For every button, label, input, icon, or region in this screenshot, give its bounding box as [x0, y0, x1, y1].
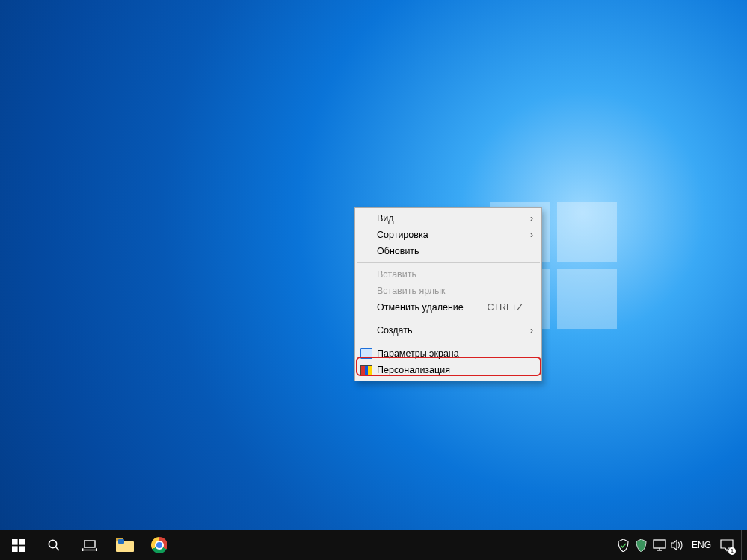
svg-rect-10: [654, 540, 665, 548]
taskbar-app-file-explorer[interactable]: [108, 530, 142, 560]
tray-action-center[interactable]: 1: [717, 530, 737, 560]
menu-separator: [357, 342, 540, 342]
svg-rect-1: [19, 539, 25, 545]
chevron-right-icon: ›: [530, 325, 533, 336]
menu-item-paste: Вставить: [356, 266, 541, 283]
menu-item-refresh[interactable]: Обновить: [356, 243, 541, 259]
display-icon: [360, 348, 372, 359]
task-view-button[interactable]: [72, 530, 108, 560]
chevron-right-icon: ›: [530, 213, 533, 224]
tray-volume-icon[interactable]: [669, 530, 686, 560]
tray-shield-icon[interactable]: [633, 530, 650, 560]
chevron-right-icon: ›: [530, 230, 533, 240]
menu-item-personalize[interactable]: Персонализация: [356, 362, 541, 378]
menu-item-label: Сортировка: [377, 230, 428, 240]
svg-rect-0: [12, 539, 18, 545]
search-icon: [47, 538, 61, 552]
language-label: ENG: [692, 540, 711, 550]
menu-item-sort[interactable]: Сортировка ›: [356, 227, 541, 243]
desktop[interactable]: Вид › Сортировка › Обновить Вставить Вст…: [0, 0, 747, 560]
desktop-context-menu: Вид › Сортировка › Обновить Вставить Вст…: [354, 207, 542, 381]
menu-item-display-settings[interactable]: Параметры экрана: [356, 345, 541, 362]
menu-separator: [357, 262, 540, 263]
search-button[interactable]: [36, 530, 72, 560]
windows-start-icon: [12, 539, 25, 552]
personalize-icon: [360, 365, 372, 375]
taskbar-right: ENG 1: [615, 530, 747, 560]
task-view-icon: [82, 539, 97, 551]
taskbar-app-chrome[interactable]: [142, 530, 176, 560]
menu-item-label: Создать: [377, 325, 413, 336]
tray-display-icon[interactable]: [651, 530, 668, 560]
menu-separator: [357, 319, 540, 319]
chrome-icon: [151, 537, 167, 553]
svg-point-4: [49, 540, 56, 547]
menu-item-view[interactable]: Вид ›: [356, 210, 541, 227]
menu-item-label: Отменить удаление: [377, 302, 464, 313]
taskbar: ENG 1: [0, 530, 747, 560]
menu-item-label: Обновить: [377, 246, 419, 256]
svg-line-5: [56, 547, 59, 550]
menu-item-label: Вставить ярлык: [377, 286, 446, 296]
show-desktop-button[interactable]: [741, 530, 746, 560]
start-button[interactable]: [0, 530, 36, 560]
taskbar-left: [0, 530, 176, 560]
menu-item-label: Параметры экрана: [377, 348, 459, 359]
svg-rect-3: [19, 546, 25, 552]
menu-item-label: Персонализация: [377, 365, 450, 375]
menu-item-new[interactable]: Создать ›: [356, 322, 541, 339]
menu-item-label: Вставить: [377, 269, 416, 280]
menu-item-paste-shortcut: Вставить ярлык: [356, 283, 541, 299]
notification-badge: 1: [728, 547, 736, 555]
menu-item-label: Вид: [377, 213, 394, 224]
file-explorer-icon: [116, 538, 134, 552]
svg-rect-6: [84, 541, 95, 547]
menu-item-undo-delete[interactable]: Отменить удаление CTRL+Z: [356, 299, 541, 316]
svg-rect-2: [12, 546, 18, 552]
tray-security-icon[interactable]: [615, 530, 632, 560]
menu-shortcut: CTRL+Z: [487, 302, 523, 313]
tray-language[interactable]: ENG: [687, 530, 716, 560]
